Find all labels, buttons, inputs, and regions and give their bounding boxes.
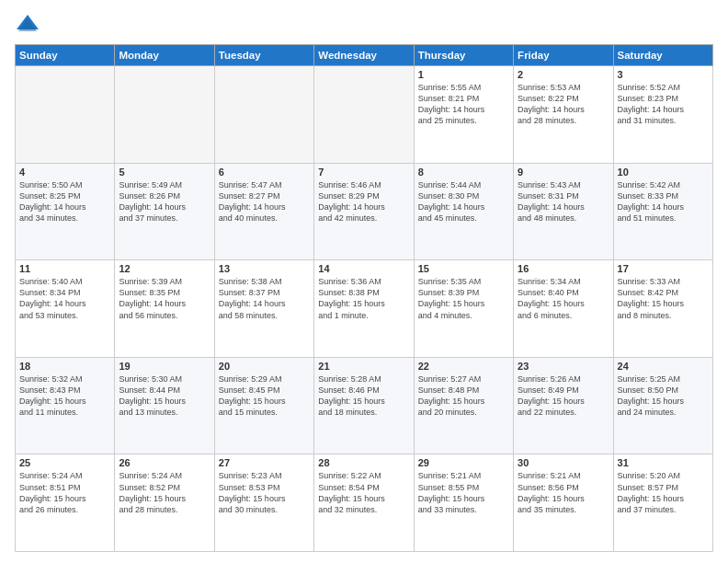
day-info: Sunrise: 5:38 AM Sunset: 8:37 PM Dayligh… xyxy=(219,276,310,321)
day-number: 6 xyxy=(219,167,310,178)
calendar-cell: 25Sunrise: 5:24 AM Sunset: 8:51 PM Dayli… xyxy=(16,454,115,552)
calendar-week-3: 11Sunrise: 5:40 AM Sunset: 8:34 PM Dayli… xyxy=(16,260,713,358)
calendar-cell: 19Sunrise: 5:30 AM Sunset: 8:44 PM Dayli… xyxy=(115,357,214,454)
day-info: Sunrise: 5:21 AM Sunset: 8:55 PM Dayligh… xyxy=(418,470,509,515)
calendar-cell: 14Sunrise: 5:36 AM Sunset: 8:38 PM Dayli… xyxy=(314,260,414,358)
day-info: Sunrise: 5:22 AM Sunset: 8:54 PM Dayligh… xyxy=(318,470,409,515)
day-number: 7 xyxy=(318,167,409,178)
calendar-cell: 6Sunrise: 5:47 AM Sunset: 8:27 PM Daylig… xyxy=(214,163,313,260)
day-info: Sunrise: 5:25 AM Sunset: 8:50 PM Dayligh… xyxy=(618,373,709,419)
calendar-week-2: 4Sunrise: 5:50 AM Sunset: 8:25 PM Daylig… xyxy=(16,163,713,260)
calendar-cell: 15Sunrise: 5:35 AM Sunset: 8:39 PM Dayli… xyxy=(414,260,513,358)
calendar-header-row: SundayMondayTuesdayWednesdayThursdayFrid… xyxy=(16,45,713,66)
calendar-cell: 1Sunrise: 5:55 AM Sunset: 8:21 PM Daylig… xyxy=(414,66,513,164)
calendar-cell: 31Sunrise: 5:20 AM Sunset: 8:57 PM Dayli… xyxy=(613,454,712,552)
calendar-cell: 16Sunrise: 5:34 AM Sunset: 8:40 PM Dayli… xyxy=(514,260,613,358)
day-number: 21 xyxy=(318,361,409,372)
day-info: Sunrise: 5:28 AM Sunset: 8:46 PM Dayligh… xyxy=(318,373,409,419)
calendar-cell: 21Sunrise: 5:28 AM Sunset: 8:46 PM Dayli… xyxy=(314,357,414,454)
day-info: Sunrise: 5:43 AM Sunset: 8:31 PM Dayligh… xyxy=(518,179,609,224)
calendar-header-friday: Friday xyxy=(514,45,613,66)
calendar-cell: 24Sunrise: 5:25 AM Sunset: 8:50 PM Dayli… xyxy=(613,357,712,454)
day-info: Sunrise: 5:42 AM Sunset: 8:33 PM Dayligh… xyxy=(618,179,709,224)
day-info: Sunrise: 5:36 AM Sunset: 8:38 PM Dayligh… xyxy=(318,276,409,321)
day-number: 18 xyxy=(19,361,110,372)
calendar-cell xyxy=(115,66,214,164)
calendar-cell: 3Sunrise: 5:52 AM Sunset: 8:23 PM Daylig… xyxy=(613,66,712,164)
calendar-table: SundayMondayTuesdayWednesdayThursdayFrid… xyxy=(15,44,713,552)
calendar-cell: 17Sunrise: 5:33 AM Sunset: 8:42 PM Dayli… xyxy=(613,260,712,358)
day-number: 20 xyxy=(219,361,310,372)
calendar-cell xyxy=(214,66,313,164)
day-number: 13 xyxy=(219,263,310,274)
calendar-cell: 5Sunrise: 5:49 AM Sunset: 8:26 PM Daylig… xyxy=(115,163,214,260)
day-number: 29 xyxy=(418,457,509,468)
day-number: 27 xyxy=(219,457,310,468)
day-info: Sunrise: 5:20 AM Sunset: 8:57 PM Dayligh… xyxy=(618,470,709,515)
calendar-cell: 13Sunrise: 5:38 AM Sunset: 8:37 PM Dayli… xyxy=(214,260,313,358)
day-info: Sunrise: 5:27 AM Sunset: 8:48 PM Dayligh… xyxy=(418,373,509,419)
calendar-header-tuesday: Tuesday xyxy=(214,45,313,66)
day-number: 14 xyxy=(318,263,409,274)
calendar-cell: 18Sunrise: 5:32 AM Sunset: 8:43 PM Dayli… xyxy=(16,357,115,454)
day-info: Sunrise: 5:23 AM Sunset: 8:53 PM Dayligh… xyxy=(219,470,310,515)
day-info: Sunrise: 5:32 AM Sunset: 8:43 PM Dayligh… xyxy=(19,373,110,419)
day-info: Sunrise: 5:29 AM Sunset: 8:45 PM Dayligh… xyxy=(219,373,310,419)
calendar-cell: 10Sunrise: 5:42 AM Sunset: 8:33 PM Dayli… xyxy=(613,163,712,260)
day-info: Sunrise: 5:49 AM Sunset: 8:26 PM Dayligh… xyxy=(119,179,210,224)
calendar-cell xyxy=(16,66,115,164)
day-info: Sunrise: 5:40 AM Sunset: 8:34 PM Dayligh… xyxy=(19,276,110,321)
day-number: 28 xyxy=(318,457,409,468)
day-number: 26 xyxy=(119,457,210,468)
page: SundayMondayTuesdayWednesdayThursdayFrid… xyxy=(0,0,728,563)
day-number: 16 xyxy=(518,263,609,274)
day-info: Sunrise: 5:52 AM Sunset: 8:23 PM Dayligh… xyxy=(618,82,709,127)
day-number: 10 xyxy=(618,167,709,178)
calendar-cell: 28Sunrise: 5:22 AM Sunset: 8:54 PM Dayli… xyxy=(314,454,414,552)
day-info: Sunrise: 5:46 AM Sunset: 8:29 PM Dayligh… xyxy=(318,179,409,224)
day-number: 30 xyxy=(518,457,609,468)
day-number: 12 xyxy=(119,263,210,274)
calendar-week-5: 25Sunrise: 5:24 AM Sunset: 8:51 PM Dayli… xyxy=(16,454,713,552)
calendar-cell: 29Sunrise: 5:21 AM Sunset: 8:55 PM Dayli… xyxy=(414,454,513,552)
day-number: 19 xyxy=(119,361,210,372)
day-info: Sunrise: 5:39 AM Sunset: 8:35 PM Dayligh… xyxy=(119,276,210,321)
day-info: Sunrise: 5:44 AM Sunset: 8:30 PM Dayligh… xyxy=(418,179,509,224)
logo xyxy=(15,11,44,37)
calendar-cell: 23Sunrise: 5:26 AM Sunset: 8:49 PM Dayli… xyxy=(514,357,613,454)
day-number: 15 xyxy=(418,263,509,274)
day-number: 8 xyxy=(418,167,509,178)
day-info: Sunrise: 5:50 AM Sunset: 8:25 PM Dayligh… xyxy=(19,179,110,224)
day-number: 24 xyxy=(618,361,709,372)
day-info: Sunrise: 5:26 AM Sunset: 8:49 PM Dayligh… xyxy=(518,373,609,419)
calendar-cell: 22Sunrise: 5:27 AM Sunset: 8:48 PM Dayli… xyxy=(414,357,513,454)
day-number: 17 xyxy=(618,263,709,274)
calendar-cell: 26Sunrise: 5:24 AM Sunset: 8:52 PM Dayli… xyxy=(115,454,214,552)
calendar-header-wednesday: Wednesday xyxy=(314,45,414,66)
day-info: Sunrise: 5:33 AM Sunset: 8:42 PM Dayligh… xyxy=(618,276,709,321)
calendar-cell: 12Sunrise: 5:39 AM Sunset: 8:35 PM Dayli… xyxy=(115,260,214,358)
day-number: 22 xyxy=(418,361,509,372)
day-number: 25 xyxy=(19,457,110,468)
calendar-cell: 7Sunrise: 5:46 AM Sunset: 8:29 PM Daylig… xyxy=(314,163,414,260)
day-number: 11 xyxy=(19,263,110,274)
calendar-cell: 20Sunrise: 5:29 AM Sunset: 8:45 PM Dayli… xyxy=(214,357,313,454)
day-number: 1 xyxy=(418,69,509,80)
day-number: 2 xyxy=(518,69,609,80)
calendar-cell: 11Sunrise: 5:40 AM Sunset: 8:34 PM Dayli… xyxy=(16,260,115,358)
calendar-header-saturday: Saturday xyxy=(613,45,712,66)
calendar-header-sunday: Sunday xyxy=(16,45,115,66)
calendar-week-1: 1Sunrise: 5:55 AM Sunset: 8:21 PM Daylig… xyxy=(16,66,713,164)
calendar-cell: 4Sunrise: 5:50 AM Sunset: 8:25 PM Daylig… xyxy=(16,163,115,260)
header xyxy=(15,11,713,37)
day-number: 5 xyxy=(119,167,210,178)
calendar-cell: 8Sunrise: 5:44 AM Sunset: 8:30 PM Daylig… xyxy=(414,163,513,260)
day-number: 31 xyxy=(618,457,709,468)
day-info: Sunrise: 5:55 AM Sunset: 8:21 PM Dayligh… xyxy=(418,82,509,127)
day-number: 23 xyxy=(518,361,609,372)
calendar-cell: 27Sunrise: 5:23 AM Sunset: 8:53 PM Dayli… xyxy=(214,454,313,552)
day-number: 9 xyxy=(518,167,609,178)
day-number: 3 xyxy=(618,69,709,80)
logo-icon xyxy=(15,11,40,37)
calendar-cell: 2Sunrise: 5:53 AM Sunset: 8:22 PM Daylig… xyxy=(514,66,613,164)
